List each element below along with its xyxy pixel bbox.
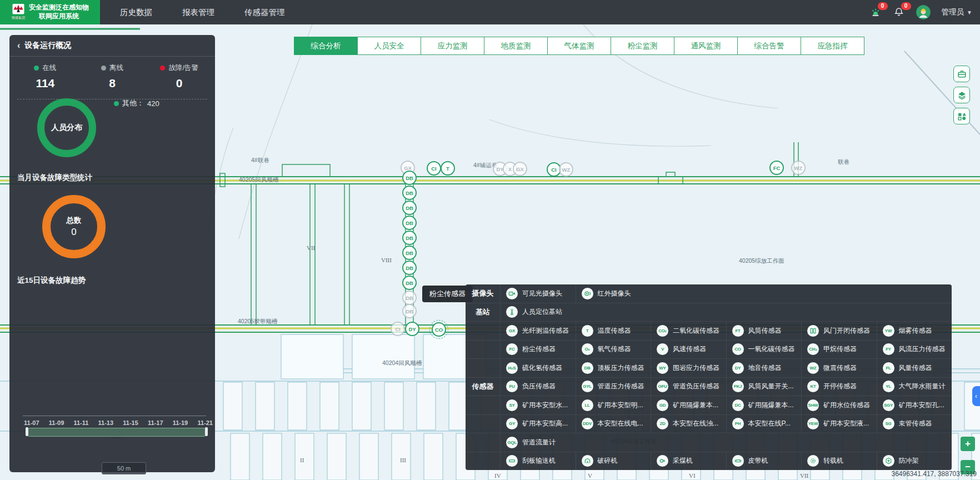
- legend-shapes-button[interactable]: [953, 108, 970, 124]
- legend-item[interactable]: LL矿用本安型明...: [576, 396, 651, 414]
- legend-item[interactable]: DDV本安型在线电...: [576, 415, 651, 433]
- tab-4[interactable]: 地质监测: [484, 37, 548, 55]
- legend-item[interactable]: 破碎机: [576, 452, 651, 471]
- map-sensor-db[interactable]: DB: [402, 231, 417, 245]
- legend-item[interactable]: 采煤机: [651, 452, 726, 471]
- legend-item[interactable]: YEW矿用本安型液...: [801, 415, 877, 433]
- legend-item[interactable]: GQL管道流量计: [500, 433, 576, 452]
- legend-item[interactable]: FL风量传感器: [877, 359, 952, 377]
- personnel-donut-chart[interactable]: 人员分布: [37, 98, 96, 157]
- map-sensor-ci[interactable]: CI: [391, 322, 405, 336]
- tab-7[interactable]: 通风监测: [674, 37, 738, 55]
- zoom-in-button[interactable]: +: [961, 437, 975, 451]
- legend-item[interactable]: 转载机: [801, 452, 877, 471]
- legend-item[interactable]: 风门开闭传感器: [801, 322, 877, 340]
- legend-item[interactable]: 可见光摄像头: [500, 284, 576, 303]
- trend-section-title: 近15日设备故障趋势: [17, 276, 86, 286]
- map-sensor-db[interactable]: DB: [402, 216, 417, 230]
- tab-8[interactable]: 综合告警: [737, 37, 801, 55]
- legend-item[interactable]: SGY矿用本安型孔...: [877, 396, 952, 414]
- legend-item[interactable]: 刮板输送机: [500, 452, 576, 471]
- legend-item[interactable]: 防冲架: [877, 452, 952, 471]
- legend-item[interactable]: 红外摄像头: [576, 284, 651, 303]
- tab-9[interactable]: 应急指挥: [801, 37, 864, 55]
- camera-visible-icon: [506, 288, 518, 299]
- legend-item[interactable]: GY矿用本安型高...: [500, 415, 576, 433]
- legend-item[interactable]: FKJ风筒风量开关...: [726, 378, 802, 396]
- map-sensor-wz[interactable]: WZ: [791, 161, 806, 175]
- legend-item[interactable]: SY矿用本安型水...: [500, 396, 576, 414]
- tab-5[interactable]: 气体监测: [547, 37, 611, 55]
- legend-item[interactable]: ZD本安型在线浊...: [651, 415, 726, 433]
- legend-category: [466, 433, 500, 452]
- map-sensor-db[interactable]: DB: [402, 246, 417, 260]
- notice-badge: 0: [901, 2, 911, 10]
- map-sensor-db[interactable]: DB: [402, 291, 417, 305]
- legend-item[interactable]: DY地音传感器: [726, 359, 802, 377]
- legend-item[interactable]: FC粉尘传感器: [500, 341, 576, 359]
- legend-item[interactable]: GFU管道负压传感器: [651, 378, 726, 396]
- tab-2[interactable]: 人员安全: [357, 37, 421, 55]
- nav-item-3[interactable]: 传感器管理: [244, 7, 285, 18]
- legend-item[interactable]: FY风流压力传感器: [877, 341, 952, 359]
- legend-item[interactable]: PH本安型在线P...: [726, 415, 802, 433]
- user-avatar[interactable]: [916, 5, 931, 19]
- legend-item[interactable]: GX光纤测温传感器: [500, 322, 576, 340]
- bell-icon[interactable]: 0: [893, 6, 905, 18]
- legend-item[interactable]: V风速传感器: [651, 341, 726, 359]
- legend-item[interactable]: GD矿用隔爆兼本...: [651, 396, 726, 414]
- map-sensor-db[interactable]: DB: [402, 186, 417, 200]
- legend-row: GY矿用本安型高...DDV本安型在线电...ZD本安型在线浊...PH本安型在…: [466, 414, 952, 433]
- legend-item[interactable]: CH₄甲烷传感器: [801, 341, 877, 359]
- stat-2: 离线8: [79, 63, 146, 90]
- legend-item[interactable]: KT开停传感器: [801, 378, 877, 396]
- map-sensor-t[interactable]: T: [441, 161, 455, 176]
- map-sensor-fc[interactable]: FC: [769, 161, 784, 175]
- legend-item[interactable]: CO一氧化碳传感器: [726, 341, 802, 359]
- legend-item[interactable]: YL大气降水雨量计: [877, 378, 952, 396]
- legend-item[interactable]: T温度传感器: [576, 322, 651, 340]
- legend-value: 420: [147, 99, 159, 108]
- fault-donut-chart[interactable]: 总数 0: [42, 195, 106, 258]
- map-sensor-wz[interactable]: WZ: [559, 162, 573, 177]
- tab-3[interactable]: 应力监测: [421, 37, 484, 55]
- map-sensor-co[interactable]: CO: [432, 322, 446, 337]
- collapse-right-handle[interactable]: ‹: [972, 386, 980, 406]
- alarm-siren-icon[interactable]: 0: [869, 6, 882, 18]
- legend-item[interactable]: H₂S硫化氢传感器: [500, 359, 576, 377]
- nav-item-1[interactable]: 历史数据: [120, 7, 152, 18]
- legend-item[interactable]: FT风筒传感器: [726, 322, 802, 340]
- legend-item[interactable]: DC矿用隔爆兼本...: [726, 396, 802, 414]
- map-sensor-db[interactable]: DB: [402, 201, 417, 215]
- map-sensor-dy[interactable]: DY: [405, 322, 419, 336]
- tab-1[interactable]: 综合分析: [294, 37, 358, 55]
- layers-button[interactable]: [953, 87, 970, 103]
- legend-item[interactable]: 人员定位基站: [500, 303, 576, 322]
- toolbox-button[interactable]: [953, 66, 970, 82]
- legend-item[interactable]: O₂氧气传感器: [576, 341, 651, 359]
- map-sensor-db[interactable]: DB: [402, 276, 417, 290]
- sensor-abbr-badge: V: [657, 343, 668, 355]
- collapse-left-icon[interactable]: ‹: [17, 41, 20, 50]
- legend-item[interactable]: CO₂二氧化碳传感器: [651, 322, 726, 340]
- legend-item[interactable]: WZ微震传感器: [801, 359, 877, 377]
- stat-label: 在线: [42, 63, 56, 73]
- legend-item[interactable]: SG束管传感器: [877, 415, 952, 433]
- map-sensor-gx[interactable]: GX: [513, 162, 527, 176]
- map-sensor-db[interactable]: DB: [402, 304, 417, 318]
- legend-item[interactable]: YW烟雾传感器: [877, 322, 952, 340]
- legend-item[interactable]: WY围岩应力传感器: [651, 359, 726, 377]
- tab-6[interactable]: 粉尘监测: [611, 37, 674, 55]
- user-menu[interactable]: 管理员▼: [942, 7, 972, 17]
- legend-item[interactable]: DB顶板压力传感器: [576, 359, 651, 377]
- legend-item[interactable]: GYL管道压力传感器: [576, 378, 651, 396]
- map-sensor-ci[interactable]: CI: [427, 161, 441, 176]
- map-sensor-db[interactable]: DB: [402, 261, 417, 275]
- legend-item[interactable]: FU负压传感器: [500, 378, 576, 396]
- sensor-abbr-badge: GFU: [657, 381, 668, 392]
- datazoom-slider[interactable]: [26, 428, 207, 437]
- legend-item[interactable]: 皮带机: [726, 452, 802, 471]
- map-sensor-db[interactable]: DB: [402, 171, 417, 185]
- legend-item[interactable]: SHW矿用水位传感器: [801, 396, 877, 414]
- nav-item-2[interactable]: 报表管理: [182, 7, 214, 18]
